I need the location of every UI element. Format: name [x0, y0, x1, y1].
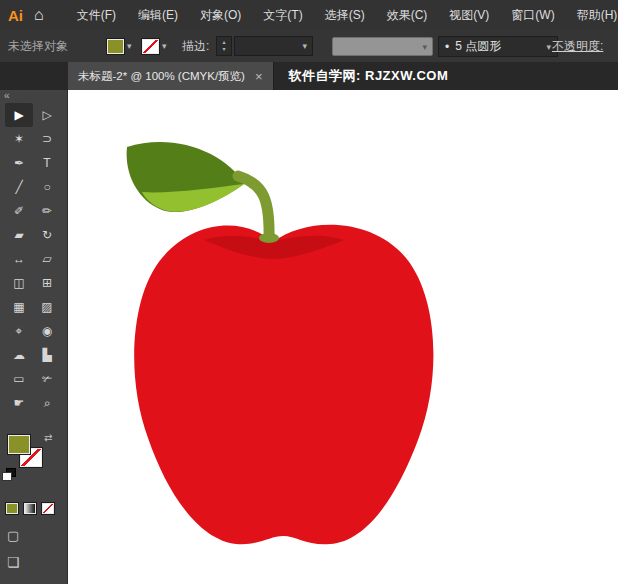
- color-type-buttons: [5, 502, 55, 515]
- brush-definition-dropdown[interactable]: • 5 点圆形 ▾: [438, 36, 558, 57]
- watermark-text: 软件自学网: RJZXW.COM: [289, 67, 449, 85]
- width-tool[interactable]: ↔: [5, 247, 33, 271]
- pen-tool[interactable]: ✒: [5, 151, 33, 175]
- apple-body[interactable]: [134, 225, 433, 544]
- opacity-label[interactable]: 不透明度:: [552, 30, 603, 62]
- menu-item-1[interactable]: 编辑(E): [127, 0, 189, 30]
- selection-tool[interactable]: ▶: [5, 103, 33, 127]
- zoom-tool[interactable]: ⌕: [33, 391, 61, 415]
- menu-item-3[interactable]: 文字(T): [252, 0, 313, 30]
- pencil-tool[interactable]: ✏: [33, 199, 61, 223]
- slice-tool[interactable]: ✃: [33, 367, 61, 391]
- control-bar: 未选择对象 ▾ ▾ 描边: ▴ ▾ ▾ ▾ • 5 点圆形 ▾ 不透明度:: [0, 30, 618, 63]
- brush-bullet-icon: •: [445, 40, 449, 54]
- menu-item-2[interactable]: 对象(O): [189, 0, 252, 30]
- selection-status: 未选择对象: [8, 30, 68, 62]
- menu-item-8[interactable]: 帮助(H): [566, 0, 618, 30]
- eraser-tool[interactable]: ▰: [5, 223, 33, 247]
- drawing-mode-button[interactable]: ▢: [7, 528, 19, 543]
- tools-panel: « ▶▷✶⊃✒T╱○✐✏▰↻↔▱◫⊞▦▨⌖◉☁▙▭✃☛⌕ ⇄ ▢ ❏: [0, 90, 68, 584]
- screen-mode-button[interactable]: ❏: [7, 554, 20, 570]
- tab-close-icon[interactable]: ×: [255, 70, 263, 83]
- illustrator-window: Ai ⌂ 文件(F)编辑(E)对象(O)文字(T)选择(S)效果(C)视图(V)…: [0, 0, 618, 584]
- shape-builder-tool[interactable]: ◫: [5, 271, 33, 295]
- stroke-dropdown-arrow[interactable]: ▾: [162, 39, 167, 53]
- tab-bar: 未标题-2* @ 100% (CMYK/预览) × 软件自学网: RJZXW.C…: [0, 62, 618, 90]
- eyedropper-tool[interactable]: ⌖: [5, 319, 33, 343]
- gradient-button[interactable]: [23, 502, 37, 515]
- menu-item-0[interactable]: 文件(F): [66, 0, 127, 30]
- mesh-tool[interactable]: ▦: [5, 295, 33, 319]
- brush-value: 5 点圆形: [455, 38, 501, 55]
- color-swatch-area: ⇄: [0, 434, 68, 496]
- stroke-weight-stepper[interactable]: ▴ ▾: [216, 36, 232, 56]
- default-swatches-icon[interactable]: [2, 468, 16, 480]
- tool-grid: ▶▷✶⊃✒T╱○✐✏▰↻↔▱◫⊞▦▨⌖◉☁▙▭✃☛⌕: [0, 103, 67, 415]
- stroke-weight-dropdown[interactable]: ▾: [234, 36, 313, 56]
- chevron-down-icon: ▾: [302, 41, 307, 51]
- free-transform-tool[interactable]: ▱: [33, 247, 61, 271]
- stepper-down-icon[interactable]: ▾: [222, 46, 225, 53]
- rotate-tool[interactable]: ↻: [33, 223, 61, 247]
- home-icon[interactable]: ⌂: [32, 6, 58, 24]
- none-button[interactable]: [41, 502, 55, 515]
- column-graph-tool[interactable]: ▙: [33, 343, 61, 367]
- canvas[interactable]: [68, 90, 618, 584]
- menu-item-6[interactable]: 视图(V): [438, 0, 500, 30]
- variable-width-profile-dropdown[interactable]: ▾: [332, 37, 433, 56]
- line-segment-tool[interactable]: ╱: [5, 175, 33, 199]
- artboard-tool[interactable]: ▭: [5, 367, 33, 391]
- direct-selection-tool[interactable]: ▷: [33, 103, 61, 127]
- app-logo[interactable]: Ai: [0, 7, 32, 24]
- symbol-sprayer-tool[interactable]: ☁: [5, 343, 33, 367]
- lasso-tool[interactable]: ⊃: [33, 127, 61, 151]
- ellipse-tool[interactable]: ○: [33, 175, 61, 199]
- menu-item-7[interactable]: 窗口(W): [500, 0, 565, 30]
- type-tool[interactable]: T: [33, 151, 61, 175]
- fill-dropdown-arrow[interactable]: ▾: [127, 39, 132, 53]
- stroke-color-swatch[interactable]: [141, 38, 160, 55]
- chevron-down-icon: ▾: [422, 42, 427, 52]
- hand-tool[interactable]: ☛: [5, 391, 33, 415]
- chevron-down-icon: ▾: [546, 42, 551, 52]
- default-fill-mini: [2, 472, 12, 481]
- menu-items: 文件(F)编辑(E)对象(O)文字(T)选择(S)效果(C)视图(V)窗口(W)…: [66, 0, 618, 30]
- blend-tool[interactable]: ◉: [33, 319, 61, 343]
- fill-swatch[interactable]: [7, 434, 31, 455]
- document-tab-title: 未标题-2* @ 100% (CMYK/预览): [78, 69, 245, 84]
- menu-item-5[interactable]: 效果(C): [376, 0, 439, 30]
- swap-fill-stroke-icon[interactable]: ⇄: [44, 432, 52, 443]
- menu-bar: Ai ⌂ 文件(F)编辑(E)对象(O)文字(T)选择(S)效果(C)视图(V)…: [0, 0, 618, 31]
- perspective-grid-tool[interactable]: ⊞: [33, 271, 61, 295]
- document-tab[interactable]: 未标题-2* @ 100% (CMYK/预览) ×: [68, 62, 274, 90]
- paintbrush-tool[interactable]: ✐: [5, 199, 33, 223]
- stroke-weight-label: 描边:: [182, 30, 209, 62]
- panel-collapse-icon[interactable]: «: [0, 90, 67, 102]
- apple-stem-base[interactable]: [259, 233, 279, 243]
- stepper-up-icon[interactable]: ▴: [222, 39, 225, 46]
- fill-color-swatch[interactable]: [106, 38, 125, 55]
- gradient-tool[interactable]: ▨: [33, 295, 61, 319]
- apple-artwork: [68, 90, 618, 584]
- color-button[interactable]: [5, 502, 19, 515]
- menu-item-4[interactable]: 选择(S): [314, 0, 376, 30]
- magic-wand-tool[interactable]: ✶: [5, 127, 33, 151]
